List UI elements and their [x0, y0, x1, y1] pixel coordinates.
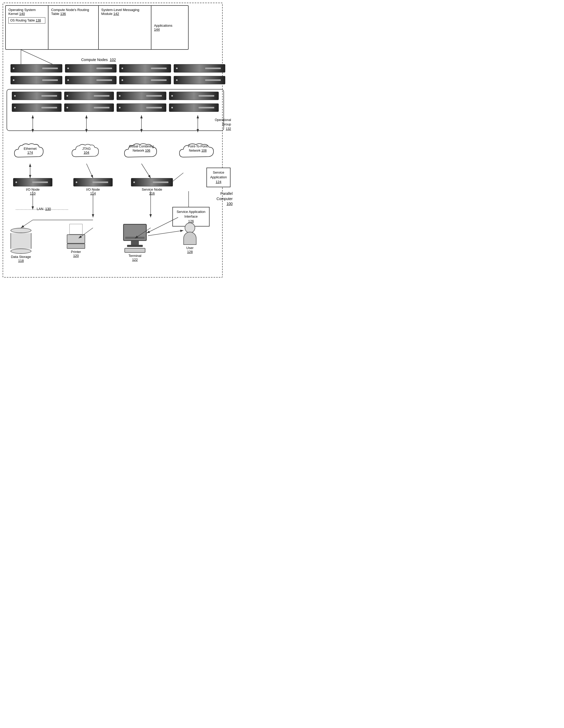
io-node-110-label: I/O Node110	[13, 187, 52, 195]
service-node-number: 116	[149, 191, 155, 195]
diagram-container: Operating System Kernel 140 OS Routing T…	[0, 0, 236, 304]
server-dot	[171, 95, 173, 97]
server-3-3	[117, 92, 166, 100]
ethernet-cloud: Ethernet174	[13, 141, 47, 163]
server-4-1	[12, 103, 62, 112]
cyl-top	[10, 228, 31, 233]
server-dot	[171, 107, 173, 108]
service-node-server	[131, 178, 173, 186]
ethernet-number: 174	[27, 151, 33, 155]
io-node-114-number: 114	[90, 191, 96, 195]
server-bar	[94, 95, 109, 97]
data-storage-label: Data Storage118	[11, 255, 31, 263]
monitor-base	[127, 245, 143, 247]
server-dot	[67, 68, 69, 69]
server-dot	[76, 181, 77, 183]
server-bar	[42, 79, 58, 81]
printer-body	[67, 234, 85, 244]
io-node-110-server	[13, 178, 52, 186]
server-dot	[66, 95, 68, 97]
server-dot	[13, 68, 14, 69]
server-dot	[176, 68, 178, 69]
compute-routing-number: 136	[60, 12, 66, 16]
user-group: User128	[183, 223, 196, 254]
server-bar	[41, 107, 57, 108]
compute-node-detail: Operating System Kernel 140 OS Routing T…	[5, 5, 188, 50]
applications-number: 144	[154, 27, 185, 31]
server-bar	[42, 68, 58, 69]
server-row-2	[8, 76, 228, 84]
service-node-label: Service Node116	[131, 187, 173, 195]
jtag-number: 104	[84, 151, 89, 155]
os-routing-number: 138	[36, 19, 41, 22]
server-dot	[13, 79, 14, 81]
ptp-label: Point-To-PointNetwork 108	[178, 145, 217, 153]
server-dot	[14, 95, 16, 97]
server-bar	[198, 107, 214, 108]
user-label: User128	[186, 246, 193, 254]
server-bar	[92, 181, 108, 183]
server-bar	[94, 107, 109, 108]
server-bar	[205, 79, 221, 81]
terminal-icon	[123, 224, 147, 253]
io-node-110-group: I/O Node110	[13, 178, 52, 195]
server-bar	[153, 181, 168, 183]
server-bar	[96, 68, 112, 69]
data-storage-cylinder	[10, 228, 31, 254]
server-2-4	[174, 76, 225, 84]
printer-group: Printer120	[65, 227, 86, 258]
server-1-1	[10, 64, 62, 73]
service-app-box: ServiceApplication124	[206, 168, 230, 187]
server-2-2	[65, 76, 117, 84]
server-1-4	[174, 64, 225, 73]
server-3-1	[12, 92, 62, 100]
server-3-2	[64, 92, 114, 100]
parallel-computer-label: ParallelComputer100	[217, 191, 232, 207]
monitor-stand	[131, 241, 139, 245]
server-4-4	[169, 103, 219, 112]
service-node-group: Service Node116	[131, 178, 173, 195]
server-dot	[14, 107, 16, 108]
server-bar	[146, 107, 162, 108]
server-bar	[198, 95, 214, 97]
server-bar	[32, 181, 48, 183]
server-dot	[66, 107, 68, 108]
jtag-cloud: JTAG104	[71, 141, 102, 163]
printer-tray	[67, 244, 85, 249]
ptp-cloud: Point-To-PointNetwork 108	[178, 141, 217, 163]
cyl-bottom	[10, 249, 31, 254]
ethernet-label: Ethernet174	[13, 147, 47, 155]
data-storage-number: 118	[18, 259, 24, 263]
gcn-cloud: Global CombiningNetwork 106	[123, 141, 160, 163]
server-row-3	[9, 92, 221, 100]
compute-routing-box: Compute Node's Routing Table 136	[48, 6, 98, 49]
data-storage-group: Data Storage118	[10, 228, 31, 263]
keyboard	[124, 248, 145, 253]
operational-group-label: OperationalGroup132	[215, 118, 231, 131]
server-dot	[121, 79, 123, 81]
server-row-4	[9, 103, 221, 112]
server-row-1	[8, 64, 228, 73]
server-2-3	[119, 76, 171, 84]
operational-group-number: 132	[226, 127, 231, 131]
server-bar	[151, 68, 167, 69]
gcn-label: Global CombiningNetwork 106	[123, 145, 160, 153]
server-dot	[176, 79, 178, 81]
server-2-1	[10, 76, 62, 84]
io-node-110-number: 110	[30, 191, 36, 195]
server-4-3	[117, 103, 166, 112]
printer-icon	[65, 227, 86, 249]
server-dot	[15, 181, 17, 183]
compute-routing-label: Compute Node's Routing Table 136	[51, 8, 95, 16]
monitor-screen	[123, 224, 147, 241]
server-bar	[205, 68, 221, 69]
system-messaging-label: System-Level Messaging Module 142	[101, 8, 148, 16]
server-1-2	[65, 64, 117, 73]
terminal-number: 122	[132, 258, 138, 262]
compute-nodes-label: Compute Nodes 102	[81, 58, 116, 62]
service-app-number: 124	[215, 180, 221, 184]
terminal-group: Terminal122	[123, 224, 147, 262]
io-node-114-label: I/O Node114	[73, 187, 113, 195]
os-kernel-number: 140	[19, 12, 25, 16]
server-3-4	[169, 92, 219, 100]
